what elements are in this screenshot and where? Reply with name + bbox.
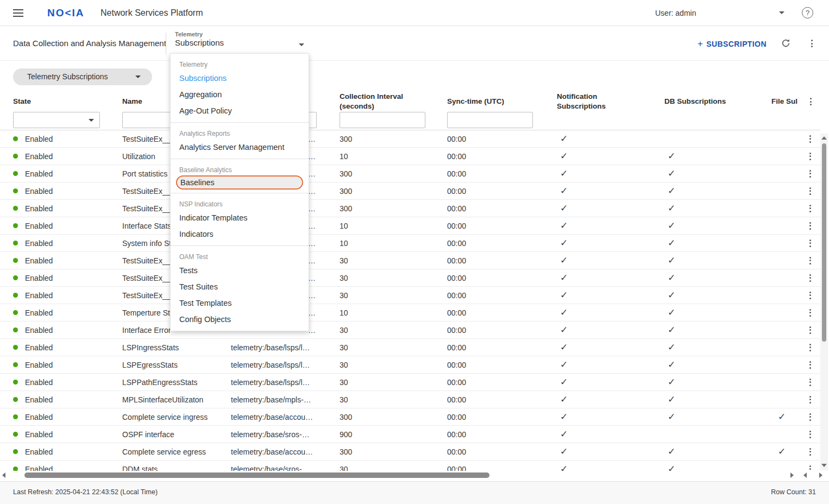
table-row[interactable]: EnabledSystem info St…1000:00✓✓ bbox=[0, 235, 820, 252]
collection-interval-filter-input[interactable] bbox=[340, 112, 425, 128]
table-row[interactable]: EnabledTestSuiteEx__…3000:00✓✓ bbox=[0, 287, 820, 304]
picker-dropdown: TelemetrySubscriptionsAggregationAge-Out… bbox=[170, 53, 309, 331]
dropdown-item-age-out-policy[interactable]: Age-Out Policy bbox=[171, 103, 309, 119]
row-kebab-icon[interactable] bbox=[805, 325, 815, 335]
dropdown-section: Analytics ReportsAnalytics Server Manage… bbox=[171, 122, 309, 155]
dropdown-item-tests[interactable]: Tests bbox=[171, 262, 309, 279]
table-body: EnabledTestSuiteEx__…30000:00✓EnabledUti… bbox=[0, 130, 820, 471]
table-row[interactable]: EnabledTestSuiteEx__…3000:00✓✓ bbox=[0, 269, 820, 287]
table-row[interactable]: EnabledPort statistics…30000:00✓✓ bbox=[0, 165, 820, 182]
dropdown-section-header: Analytics Reports bbox=[171, 128, 309, 139]
file-subscriptions-cell bbox=[771, 304, 801, 321]
column-header-collection-interval[interactable]: Collection Interval (seconds) bbox=[340, 91, 410, 112]
add-subscription-button[interactable]: +SUBSCRIPTION bbox=[698, 39, 767, 49]
column-header-db-subscriptions[interactable]: DB Subscriptions bbox=[664, 91, 769, 112]
table-row[interactable]: EnabledTemperture St…1000:00✓✓ bbox=[0, 304, 820, 322]
row-kebab-icon[interactable] bbox=[805, 134, 815, 144]
check-icon: ✓ bbox=[560, 324, 568, 336]
view-picker[interactable]: Telemetry Subscriptions bbox=[175, 31, 309, 47]
vertical-scrollbar[interactable] bbox=[820, 134, 828, 470]
dropdown-item-test-templates[interactable]: Test Templates bbox=[171, 295, 309, 311]
row-kebab-icon[interactable] bbox=[805, 430, 815, 439]
table-row[interactable]: EnabledLSPIngressStatstelemetry:/base/ls… bbox=[0, 339, 820, 356]
column-header-sync-time[interactable]: Sync-time (UTC) bbox=[447, 91, 555, 112]
row-kebab-icon[interactable] bbox=[805, 447, 815, 457]
dropdown-item-baselines[interactable]: Baselines bbox=[176, 175, 303, 190]
table-row[interactable]: EnabledTestSuiteEx__…30000:00✓✓ bbox=[0, 200, 820, 217]
dropdown-item-aggregation[interactable]: Aggregation bbox=[171, 86, 309, 103]
row-kebab-icon[interactable] bbox=[805, 256, 815, 266]
check-icon: ✓ bbox=[560, 289, 568, 301]
table-row[interactable]: EnabledLSPPathEngressStatstelemetry:/bas… bbox=[0, 374, 820, 391]
page-right-arrow-icon[interactable] bbox=[819, 472, 822, 478]
column-header-state[interactable]: State bbox=[13, 91, 121, 112]
table-row[interactable]: EnabledUtilization…1000:00✓✓ bbox=[0, 148, 820, 165]
table-row[interactable]: EnabledDDM statstelemetry:/base/sros-300… bbox=[0, 461, 820, 471]
table-row[interactable]: EnabledTestSuiteEx__…3000:00✓✓ bbox=[0, 252, 820, 269]
table-row[interactable]: EnabledInterface Stats…1000:00✓✓ bbox=[0, 217, 820, 235]
view-picker-caret-icon bbox=[299, 43, 304, 46]
row-kebab-icon[interactable] bbox=[805, 204, 815, 213]
column-header-file-subscriptions[interactable]: File Sul bbox=[771, 91, 801, 112]
scroll-down-arrow-icon[interactable] bbox=[821, 464, 827, 467]
dropdown-item-config-objects[interactable]: Config Objects bbox=[171, 311, 309, 327]
enabled-status-dot-icon bbox=[13, 171, 18, 176]
check-icon: ✓ bbox=[560, 203, 568, 214]
row-kebab-icon[interactable] bbox=[805, 343, 815, 352]
horizontal-scrollbar[interactable] bbox=[0, 471, 829, 480]
scroll-right-arrow-icon[interactable] bbox=[790, 472, 794, 478]
row-kebab-icon[interactable] bbox=[805, 360, 815, 370]
scroll-up-arrow-icon[interactable] bbox=[821, 136, 827, 140]
row-kebab-icon[interactable] bbox=[805, 464, 815, 471]
row-actions-cell bbox=[802, 391, 818, 408]
user-menu-label[interactable]: User: admin bbox=[655, 9, 696, 17]
hamburger-menu-icon[interactable] bbox=[13, 9, 23, 17]
column-header-notification-subscriptions[interactable]: Notification Subscriptions bbox=[557, 91, 627, 112]
table-row[interactable]: EnabledTestSuiteEx__…30000:00✓ bbox=[0, 130, 820, 148]
state-filter-select[interactable] bbox=[13, 112, 100, 128]
table-row[interactable]: EnabledInterface Error…3000:00✓✓ bbox=[0, 322, 820, 339]
row-kebab-icon[interactable] bbox=[805, 395, 815, 405]
row-kebab-icon[interactable] bbox=[805, 377, 815, 387]
check-icon: ✓ bbox=[668, 185, 675, 197]
telemetry-type-cell: telemetry:/base/lsps/l… bbox=[231, 374, 338, 390]
dropdown-item-test-suites[interactable]: Test Suites bbox=[171, 279, 309, 295]
row-kebab-icon[interactable] bbox=[805, 308, 815, 318]
dropdown-item-subscriptions[interactable]: Subscriptions bbox=[171, 70, 309, 86]
user-menu-caret-icon[interactable] bbox=[779, 11, 784, 14]
row-kebab-icon[interactable] bbox=[805, 221, 815, 231]
row-kebab-icon[interactable] bbox=[805, 238, 815, 248]
table-row[interactable]: EnabledLSPEgressStatstelemetry:/base/lsp… bbox=[0, 356, 820, 374]
check-icon: ✓ bbox=[560, 168, 568, 179]
check-icon: ✓ bbox=[668, 255, 675, 266]
row-kebab-icon[interactable] bbox=[805, 169, 815, 179]
horizontal-scrollbar-thumb[interactable] bbox=[24, 472, 489, 478]
row-kebab-icon[interactable] bbox=[805, 152, 815, 161]
dropdown-item-indicators[interactable]: Indicators bbox=[171, 226, 309, 242]
page-left-arrow-icon[interactable] bbox=[803, 472, 807, 478]
sync-time-cell: 00:00 bbox=[447, 165, 555, 182]
help-icon[interactable]: ? bbox=[802, 7, 813, 18]
table-row[interactable]: EnabledMPLSinterfaceUtilizatontelemetry:… bbox=[0, 391, 820, 408]
row-kebab-icon[interactable] bbox=[805, 186, 815, 196]
row-kebab-icon[interactable] bbox=[805, 291, 815, 300]
toolbar-kebab-icon[interactable] bbox=[807, 39, 817, 48]
column-settings-kebab-icon[interactable] bbox=[806, 97, 815, 106]
row-kebab-icon[interactable] bbox=[805, 273, 815, 283]
view-filter-chip[interactable]: Telemetry Subscriptions bbox=[13, 68, 152, 85]
file-subscriptions-cell bbox=[771, 148, 801, 165]
dropdown-item-analytics-server-management[interactable]: Analytics Server Management bbox=[171, 139, 309, 155]
sync-time-filter-input[interactable] bbox=[447, 112, 533, 128]
table-row[interactable]: EnabledOSPF interfacetelemetry:/base/sro… bbox=[0, 426, 820, 443]
table-row[interactable]: EnabledComplete service egresstelemetry:… bbox=[0, 443, 820, 461]
notification-subscriptions-cell: ✓ bbox=[557, 374, 662, 390]
row-kebab-icon[interactable] bbox=[805, 412, 815, 422]
dropdown-item-indicator-templates[interactable]: Indicator Templates bbox=[171, 210, 309, 226]
table-row[interactable]: EnabledTestSuiteEx__…30000:00✓✓ bbox=[0, 182, 820, 200]
notification-subscriptions-cell: ✓ bbox=[557, 443, 662, 460]
table-row[interactable]: EnabledComplete service ingresstelemetry… bbox=[0, 408, 820, 426]
refresh-button[interactable] bbox=[781, 38, 791, 51]
scroll-left-arrow-icon[interactable] bbox=[2, 472, 5, 478]
vertical-scrollbar-thumb[interactable] bbox=[822, 143, 826, 342]
state-cell: Enabled bbox=[13, 443, 121, 460]
